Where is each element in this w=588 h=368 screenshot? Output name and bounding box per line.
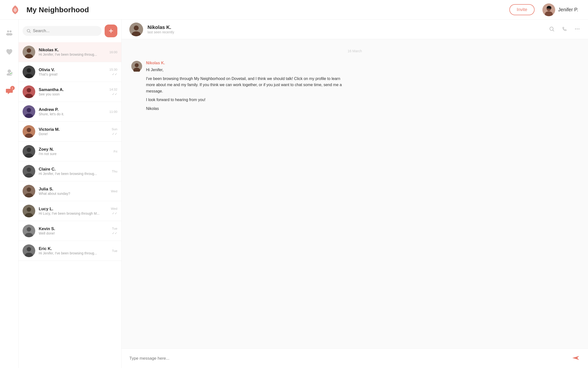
message-text: Hi Jenifer, I've been browsing through M… — [146, 67, 342, 112]
contact-meta: Thu — [112, 170, 117, 173]
message-sender-name: Nikolas K. — [146, 61, 342, 65]
contact-info: Julia S. What about sunday? — [39, 187, 108, 196]
topbar: My Neighborhood Invite Jenifer P. — [0, 0, 588, 20]
sidebar-item-favorites[interactable] — [4, 47, 15, 57]
chat-input[interactable] — [129, 356, 567, 361]
chat-call-icon[interactable] — [562, 26, 567, 33]
contact-item[interactable]: Zoey N. I'm not sure Fri — [19, 142, 121, 161]
invite-button[interactable]: Invite — [509, 4, 535, 15]
svg-point-19 — [27, 88, 31, 92]
contact-avatar — [23, 205, 35, 217]
read-tick-icon: ✓✓ — [112, 211, 117, 215]
chat-contact-status: last seen recently — [147, 30, 544, 34]
svg-point-6 — [9, 33, 12, 36]
contact-item[interactable]: Claire C. Hi Jenifer, I've been browsing… — [19, 161, 121, 181]
contact-info: Olivia V. That's great! — [39, 67, 106, 76]
search-input-wrap[interactable] — [23, 26, 102, 36]
svg-point-28 — [27, 148, 31, 152]
contact-meta: 15:30 ✓✓ — [109, 68, 117, 76]
contacts-search-bar — [19, 20, 121, 42]
contact-name: Lucy L. — [39, 207, 108, 211]
sidebar-item-messages[interactable]: 1 — [4, 86, 15, 97]
contacts-panel: Nikolas K. Hi Jenifer, I've been browsin… — [19, 20, 122, 368]
contact-meta: Tue ✓✓ — [112, 227, 117, 235]
contact-info: Lucy L. Hi Lucy, I've been browsing thro… — [39, 207, 108, 215]
chat-send-button[interactable] — [571, 354, 580, 363]
svg-point-25 — [27, 128, 31, 132]
contact-info: Nikolas K. Hi Jenifer, I've been browsin… — [39, 48, 106, 56]
contact-name: Claire C. — [39, 167, 109, 172]
contact-preview: Hi Jenifer, I've been browsing throug... — [39, 172, 109, 176]
contact-item[interactable]: Nikolas K. Hi Jenifer, I've been browsin… — [19, 42, 121, 62]
contact-avatar — [23, 224, 35, 237]
read-tick-icon: ✓✓ — [112, 92, 117, 96]
chat-area: Nikolas K. last seen recently — [122, 20, 588, 368]
svg-point-40 — [27, 227, 31, 232]
contact-name: Julia S. — [39, 187, 108, 192]
read-tick-icon: ✓✓ — [112, 231, 117, 235]
contact-time: Tue — [112, 249, 117, 253]
contact-preview: See you soon — [39, 92, 106, 96]
contact-item[interactable]: Eric K. Hi Jenifer, I've been browsing t… — [19, 241, 121, 261]
chat-header-actions — [549, 26, 580, 33]
message-greeting: Hi Jenifer, — [146, 67, 342, 73]
contact-time: Tue — [112, 227, 117, 230]
contact-preview: Well done! — [39, 231, 109, 235]
svg-point-49 — [575, 28, 576, 29]
chat-header-info: Nikolas K. last seen recently — [147, 25, 544, 34]
sidebar-item-people[interactable] — [4, 27, 15, 38]
contact-name: Zoey N. — [39, 147, 110, 152]
add-button[interactable] — [105, 25, 117, 37]
app-logo — [10, 4, 21, 15]
contact-name: Samantha A. — [39, 87, 106, 92]
contact-preview: Hi Jenifer, I've been browsing throug... — [39, 53, 106, 56]
contact-item[interactable]: Julia S. What about sunday? Wed — [19, 181, 121, 201]
contact-preview: That's great! — [39, 72, 106, 76]
svg-point-4 — [10, 30, 12, 32]
chat-header-avatar — [129, 23, 143, 36]
contact-avatar — [23, 145, 35, 158]
contact-time: 14:32 — [109, 88, 117, 91]
contact-preview: I'm not sure — [39, 152, 110, 156]
contact-name: Victoria M. — [39, 127, 108, 132]
app-title: My Neighborhood — [26, 6, 509, 14]
contact-avatar — [23, 46, 35, 58]
svg-point-43 — [27, 247, 31, 251]
contact-item[interactable]: Samantha A. See you soon 14:32 ✓✓ — [19, 82, 121, 102]
contact-info: Andrew P. Shure, let's do it. — [39, 107, 106, 116]
svg-point-22 — [27, 108, 31, 112]
sidebar-item-verified[interactable] — [4, 66, 15, 77]
user-name: Jenifer P. — [558, 7, 578, 13]
contact-avatar — [23, 244, 35, 257]
contact-item[interactable]: Lucy L. Hi Lucy, I've been browsing thro… — [19, 201, 121, 221]
chat-input-area — [122, 348, 588, 368]
contact-avatar — [23, 125, 35, 138]
contact-avatar — [23, 85, 35, 98]
chat-search-icon[interactable] — [549, 26, 555, 33]
contact-name: Olivia V. — [39, 67, 106, 72]
contact-item[interactable]: Olivia V. That's great! 15:30 ✓✓ — [19, 62, 121, 82]
contact-preview: Done! — [39, 132, 108, 136]
contact-item[interactable]: Andrew P. Shure, let's do it. 11:00 — [19, 102, 121, 122]
contact-item[interactable]: Victoria M. Done! Sun ✓✓ — [19, 122, 121, 142]
contact-meta: Wed — [111, 189, 118, 193]
svg-point-3 — [7, 30, 9, 32]
contact-item[interactable]: Kevin S. Well done! Tue ✓✓ — [19, 221, 121, 241]
chat-more-icon[interactable] — [574, 26, 580, 33]
contact-info: Eric K. Hi Jenifer, I've been browsing t… — [39, 246, 109, 255]
svg-point-13 — [27, 48, 31, 53]
message-body-2: I look forward to hearing from you! — [146, 97, 342, 103]
contacts-list: Nikolas K. Hi Jenifer, I've been browsin… — [19, 42, 121, 368]
contact-meta: Wed ✓✓ — [111, 207, 118, 215]
message-content: Nikolas K. Hi Jenifer, I've been browsin… — [146, 61, 342, 112]
chat-contact-name: Nikolas K. — [147, 25, 544, 30]
chat-message: Nikolas K. Hi Jenifer, I've been browsin… — [122, 61, 588, 118]
chat-header: Nikolas K. last seen recently — [122, 20, 588, 39]
contact-info: Claire C. Hi Jenifer, I've been browsing… — [39, 167, 109, 176]
chat-date-divider: 16 March — [122, 49, 588, 53]
contact-preview: Shure, let's do it. — [39, 112, 106, 116]
search-input[interactable] — [33, 28, 98, 33]
main-layout: 1 — [0, 20, 588, 368]
contact-time: Thu — [112, 170, 117, 173]
svg-point-31 — [27, 168, 31, 172]
